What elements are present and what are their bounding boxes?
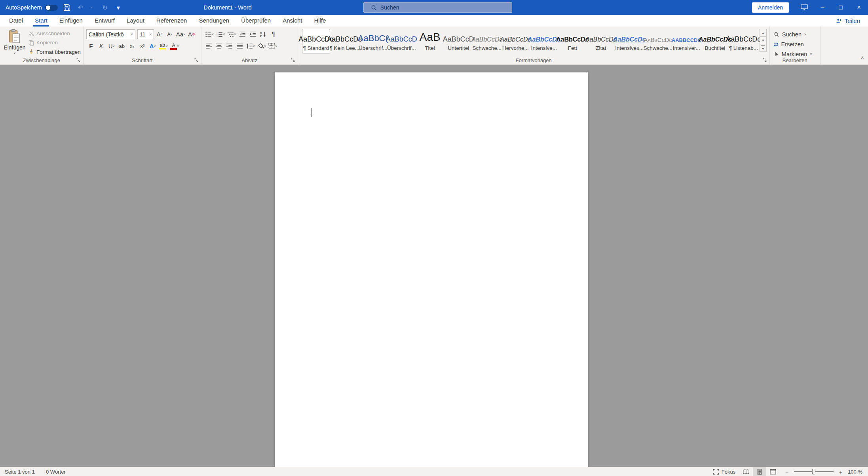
style-item-zitat[interactable]: AaBbCcDc Zitat xyxy=(587,29,615,53)
tab-layout[interactable]: Layout xyxy=(121,15,150,27)
minimize-button[interactable]: – xyxy=(813,0,832,15)
quick-access-toolbar-dropdown-icon[interactable]: ▾ xyxy=(114,0,123,15)
tab-datei[interactable]: Datei xyxy=(3,15,29,27)
tab-referenzen[interactable]: Referenzen xyxy=(150,15,193,27)
zoom-slider[interactable] xyxy=(794,467,834,476)
style-item-intensives-zitat[interactable]: AaBbCcDc Intensives... xyxy=(615,29,644,53)
maximize-button[interactable]: □ xyxy=(832,0,850,15)
text-cursor xyxy=(311,108,312,117)
clear-formatting-button[interactable]: A xyxy=(187,29,196,39)
subscript-button[interactable]: x₂ xyxy=(127,41,137,51)
styles-scroll-down-icon[interactable]: ▾ xyxy=(760,36,767,44)
zoom-level[interactable]: 100 % xyxy=(848,469,862,475)
borders-button[interactable]: ˅ xyxy=(268,41,278,51)
paragraph-dialog-launcher-icon[interactable] xyxy=(291,57,296,63)
font-size-dropdown-icon: ˅ xyxy=(148,32,152,36)
style-item-titel[interactable]: AaB Titel xyxy=(416,29,444,53)
shrink-font-button[interactable]: A˅ xyxy=(165,29,175,39)
style-item-schwacher-verweis[interactable]: AaBbCcDc Schwache... xyxy=(644,29,672,53)
print-layout-view-icon[interactable] xyxy=(753,467,766,476)
align-left-button[interactable] xyxy=(204,41,214,51)
web-layout-view-icon[interactable] xyxy=(766,467,780,476)
focus-mode-button[interactable]: Fokus xyxy=(713,469,735,475)
autosave-toggle[interactable]: AutoSpeichern xyxy=(6,4,58,11)
find-search-icon xyxy=(774,32,779,37)
change-case-button[interactable]: Aa˅ xyxy=(175,29,186,39)
styles-dialog-launcher-icon[interactable] xyxy=(762,57,768,63)
line-spacing-button[interactable]: ˅ xyxy=(245,41,256,51)
show-paragraph-marks-button[interactable]: ¶ xyxy=(269,29,278,39)
style-item-listenabsatz[interactable]: AaBbCcDc ¶ Listenab... xyxy=(729,29,758,53)
tab-entwurf[interactable]: Entwurf xyxy=(89,15,121,27)
increase-indent-button[interactable] xyxy=(248,29,258,39)
styles-more-icon[interactable]: ▾ xyxy=(760,44,767,52)
find-button[interactable]: Suchen ˅ xyxy=(774,30,816,39)
strikethrough-button[interactable]: ab xyxy=(117,41,127,51)
read-mode-view-icon[interactable] xyxy=(739,467,753,476)
tab-ansicht[interactable]: Ansicht xyxy=(277,15,308,27)
tab-start[interactable]: Start xyxy=(29,15,53,27)
text-highlight-button[interactable]: ab ˅ xyxy=(158,41,169,51)
decrease-indent-button[interactable] xyxy=(238,29,247,39)
underline-button[interactable]: U˅ xyxy=(107,41,116,51)
font-color-button[interactable]: A ˅ xyxy=(169,41,180,51)
style-item-kein-leerraum[interactable]: AaBbCcDc ¶ Kein Lee... xyxy=(330,29,359,53)
copy-button[interactable]: Kopieren xyxy=(27,38,82,47)
page-count-status[interactable]: Seite 1 von 1 xyxy=(5,469,35,475)
undo-icon[interactable]: ↶ xyxy=(76,0,85,15)
zoom-in-icon[interactable]: + xyxy=(838,468,844,475)
font-size-select[interactable]: 11 ˅ xyxy=(137,29,154,39)
highlight-color-swatch xyxy=(159,48,166,49)
sort-button[interactable]: AZ xyxy=(258,29,268,39)
style-item-intensive-hervorhebung[interactable]: AaBbCcDc Intensive... xyxy=(530,29,558,53)
tab-einfuegen[interactable]: Einfügen xyxy=(53,15,89,27)
align-center-button[interactable] xyxy=(215,41,224,51)
shading-button[interactable]: ˅ xyxy=(256,41,267,51)
style-item-standard[interactable]: AaBbCcDc ¶ Standard xyxy=(302,29,330,53)
redo-icon[interactable]: ↻ xyxy=(101,0,109,15)
clipboard-dialog-launcher-icon[interactable] xyxy=(76,57,82,63)
signin-button[interactable]: Anmelden xyxy=(752,2,789,13)
text-effects-button[interactable]: A˅ xyxy=(148,41,158,51)
save-icon[interactable] xyxy=(63,0,71,15)
align-right-button[interactable] xyxy=(225,41,234,51)
document-page[interactable] xyxy=(275,72,588,467)
style-item-ueberschrift-2[interactable]: AaBbCcD Überschrif... xyxy=(387,29,416,53)
tab-hilfe[interactable]: Hilfe xyxy=(308,15,332,27)
multilevel-list-button[interactable]: ˅ xyxy=(226,29,237,39)
styles-scroll-up-icon[interactable]: ▴ xyxy=(760,29,767,37)
paste-button[interactable]: Einfügen ˅ xyxy=(2,28,27,57)
justify-button[interactable] xyxy=(235,41,245,51)
tab-sendungen[interactable]: Sendungen xyxy=(193,15,235,27)
style-item-intensiver-verweis[interactable]: AABBCCDC Intensiver... xyxy=(672,29,701,53)
grow-font-button[interactable]: A˄ xyxy=(155,29,164,39)
style-item-buchtitel[interactable]: AaBbCcDc Buchtitel xyxy=(701,29,729,53)
word-count-status[interactable]: 0 Wörter xyxy=(46,469,66,475)
style-item-untertitel[interactable]: AaBbCcD Untertitel xyxy=(444,29,473,53)
numbering-button[interactable]: 123 ˅ xyxy=(215,29,226,39)
undo-dropdown-icon[interactable]: ˅ xyxy=(87,0,96,15)
style-item-fett[interactable]: AaBbCcDc Fett xyxy=(558,29,587,53)
cut-button[interactable]: Ausschneiden xyxy=(27,29,82,38)
style-item-hervorhebung[interactable]: AaBbCcDc Hervorhe... xyxy=(501,29,530,53)
style-item-ueberschrift-1[interactable]: AaBbC( Überschrif... xyxy=(359,29,387,53)
font-dialog-launcher-icon[interactable] xyxy=(194,57,199,63)
italic-button[interactable]: K xyxy=(97,41,106,51)
format-painter-button[interactable]: Format übertragen xyxy=(27,47,82,57)
tab-ueberpruefen[interactable]: Überprüfen xyxy=(235,15,277,27)
quick-access-toolbar: AutoSpeichern ↶ ˅ ↻ ▾ xyxy=(0,0,123,15)
collapse-ribbon-icon[interactable]: ˄ xyxy=(861,55,864,61)
ribbon-filler: ˄ xyxy=(821,27,868,64)
font-name-select[interactable]: Calibri (Textkö ˅ xyxy=(86,29,135,39)
bold-button[interactable]: F xyxy=(86,41,96,51)
replace-button[interactable]: ⇄ Ersetzen xyxy=(774,40,816,49)
superscript-button[interactable]: x² xyxy=(138,41,147,51)
style-item-schwache-hervorhebung[interactable]: AaBbCcDc Schwache... xyxy=(473,29,501,53)
share-button[interactable]: Teilen xyxy=(828,15,868,27)
ribbon-display-options-icon[interactable] xyxy=(795,0,813,15)
close-button[interactable]: × xyxy=(850,0,868,15)
search-box[interactable]: Suchen xyxy=(363,2,512,13)
zoom-slider-thumb[interactable] xyxy=(812,469,815,474)
bullets-button[interactable]: ˅ xyxy=(204,29,215,39)
zoom-out-icon[interactable]: − xyxy=(784,468,790,475)
